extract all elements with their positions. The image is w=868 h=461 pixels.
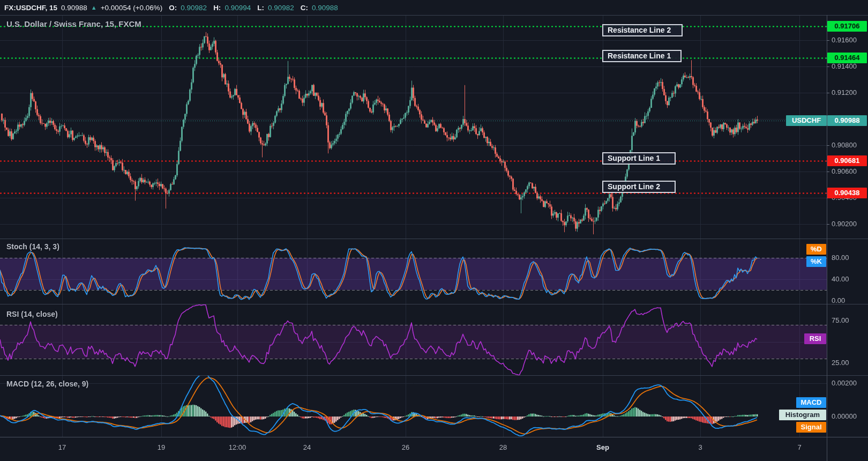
macd-tick-label: 0.00000 xyxy=(832,412,857,421)
rsi-tick-label: 25.00 xyxy=(832,359,849,367)
symbol-title[interactable]: FX:USDCHF, 15 xyxy=(4,4,57,12)
close-value: 0.90988 xyxy=(312,4,338,12)
time-tick-label: 17 xyxy=(58,443,66,451)
open-label: O: xyxy=(169,4,177,12)
low-label: L: xyxy=(257,4,264,12)
time-tick-label: Sep xyxy=(596,443,609,451)
stoch-k-badge: %K xyxy=(806,256,826,267)
last-price-value-badge: 0.90988 xyxy=(827,115,867,126)
open-value: 0.90982 xyxy=(181,4,207,12)
close-label: C: xyxy=(301,4,308,12)
price-tick-label: 0.91600 xyxy=(832,36,857,44)
price-change: +0.00054 (+0.06%) xyxy=(101,4,163,12)
macd-pane-title: MACD (12, 26, close, 9) xyxy=(6,380,88,388)
time-tick-label: 24 xyxy=(303,443,311,451)
main-chart-title: U.S. Dollar / Swiss Franc, 15, FXCM xyxy=(6,19,141,28)
level-line-label[interactable]: Support Line 2 xyxy=(602,181,676,193)
macd-badge: MACD xyxy=(796,397,826,408)
stoch-tick-label: 80.00 xyxy=(832,254,849,262)
stoch-tick-label: 40.00 xyxy=(832,275,849,284)
rsi-badge: RSI xyxy=(804,333,826,344)
signal-badge: Signal xyxy=(796,422,826,433)
level-price-badge: 0.90681 xyxy=(827,155,867,166)
time-axis[interactable] xyxy=(0,437,827,461)
histogram-badge: Histogram xyxy=(779,410,826,420)
rsi-tick-label: 75.00 xyxy=(832,316,849,325)
macd-tick-label: 0.00200 xyxy=(832,379,857,388)
stoch-pane-title: Stoch (14, 3, 3) xyxy=(6,242,59,251)
level-price-badge: 0.91464 xyxy=(827,53,867,63)
level-line-label[interactable]: Resistance Line 1 xyxy=(602,50,682,62)
time-tick-label: 12:00 xyxy=(229,443,246,451)
time-tick-label: 26 xyxy=(402,443,409,451)
high-label: H: xyxy=(213,4,221,12)
level-price-badge: 0.91706 xyxy=(827,21,867,32)
chart-canvas[interactable] xyxy=(0,0,868,461)
stoch-tick-label: 0.00 xyxy=(832,296,845,305)
high-value: 0.90994 xyxy=(225,4,251,12)
stoch-d-badge: %D xyxy=(806,244,826,255)
chart-header: FX:USDCHF, 15 0.90988 ▲ +0.00054 (+0.06%… xyxy=(4,0,338,15)
last-price-value: 0.90988 xyxy=(61,4,87,12)
up-arrow-icon: ▲ xyxy=(91,4,97,11)
price-tick-label: 0.90800 xyxy=(832,141,857,150)
time-tick-label: 3 xyxy=(698,443,702,451)
level-line-label[interactable]: Support Line 1 xyxy=(602,152,676,165)
price-tick-label: 0.91200 xyxy=(832,88,857,97)
last-price-symbol-badge: USDCHF xyxy=(786,115,827,126)
level-price-badge: 0.90438 xyxy=(827,188,867,198)
price-tick-label: 0.90200 xyxy=(832,220,857,228)
low-value: 0.90982 xyxy=(268,4,294,12)
time-tick-label: 28 xyxy=(499,443,507,451)
price-tick-label: 0.91400 xyxy=(832,62,857,71)
rsi-pane-title: RSI (14, close) xyxy=(6,310,58,318)
trading-chart-app: FX:USDCHF, 15 0.90988 ▲ +0.00054 (+0.06%… xyxy=(0,0,868,461)
time-tick-label: 19 xyxy=(158,443,165,451)
level-line-label[interactable]: Resistance Line 2 xyxy=(602,24,683,36)
time-tick-label: 7 xyxy=(797,443,801,451)
price-tick-label: 0.90600 xyxy=(832,167,857,176)
